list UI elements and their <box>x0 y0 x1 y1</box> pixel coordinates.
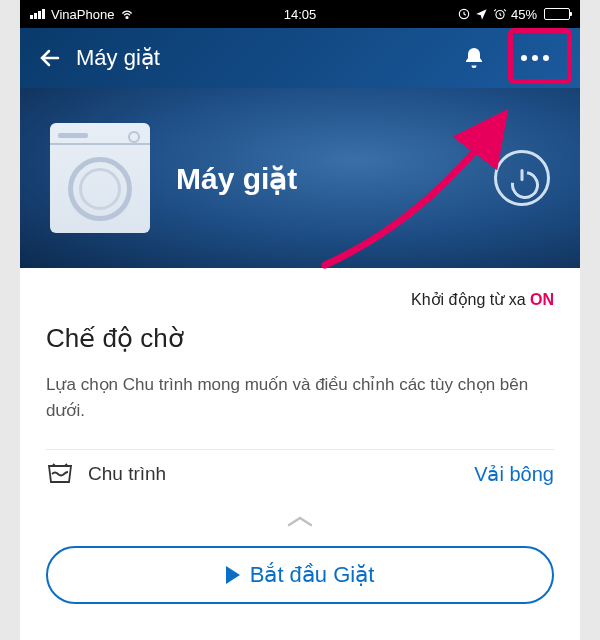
app-header: Máy giặt <box>20 28 580 88</box>
back-arrow-icon <box>38 46 62 70</box>
expand-chevron[interactable] <box>20 508 580 542</box>
carrier-label: VinaPhone <box>51 7 114 22</box>
sync-icon <box>457 7 471 21</box>
play-icon <box>226 566 240 584</box>
mode-title: Chế độ chờ <box>46 323 554 354</box>
cycle-row[interactable]: Chu trình Vải bông <box>46 449 554 498</box>
remote-start-label: Khởi động từ xa <box>411 291 526 308</box>
alarm-icon <box>493 7 507 21</box>
mode-description: Lựa chọn Chu trình mong muốn và điều chỉ… <box>46 372 554 423</box>
header-title: Máy giặt <box>76 45 456 71</box>
status-time: 14:05 <box>284 7 317 22</box>
notifications-button[interactable] <box>456 40 492 76</box>
more-dots-icon <box>521 55 549 61</box>
wifi-icon <box>120 7 134 21</box>
phone-frame: VinaPhone 14:05 45% Máy giặt M <box>20 0 580 640</box>
more-options-button[interactable] <box>506 34 564 82</box>
power-button[interactable] <box>494 150 550 206</box>
signal-icon <box>30 9 45 19</box>
main-content: Khởi động từ xa ON Chế độ chờ Lựa chọn C… <box>20 268 580 508</box>
washing-machine-icon <box>50 123 150 233</box>
cycle-value[interactable]: Vải bông <box>474 462 554 486</box>
remote-start-state: ON <box>530 291 554 308</box>
svg-point-0 <box>127 17 129 19</box>
cycle-label: Chu trình <box>88 463 474 485</box>
start-button-label: Bắt đầu Giặt <box>250 562 375 588</box>
back-button[interactable] <box>36 44 64 72</box>
battery-pct: 45% <box>511 7 537 22</box>
status-right: 45% <box>316 7 570 22</box>
chevron-up-icon <box>285 514 315 528</box>
laundry-icon <box>46 462 74 486</box>
power-icon <box>511 167 533 189</box>
start-wash-button[interactable]: Bắt đầu Giặt <box>46 546 554 604</box>
bell-icon <box>462 46 486 70</box>
status-bar: VinaPhone 14:05 45% <box>20 0 580 28</box>
battery-icon <box>544 8 570 20</box>
remote-start-status: Khởi động từ xa ON <box>46 290 554 309</box>
status-left: VinaPhone <box>30 7 284 22</box>
device-hero: Máy giặt <box>20 88 580 268</box>
location-icon <box>475 7 489 21</box>
device-name: Máy giặt <box>176 161 494 196</box>
